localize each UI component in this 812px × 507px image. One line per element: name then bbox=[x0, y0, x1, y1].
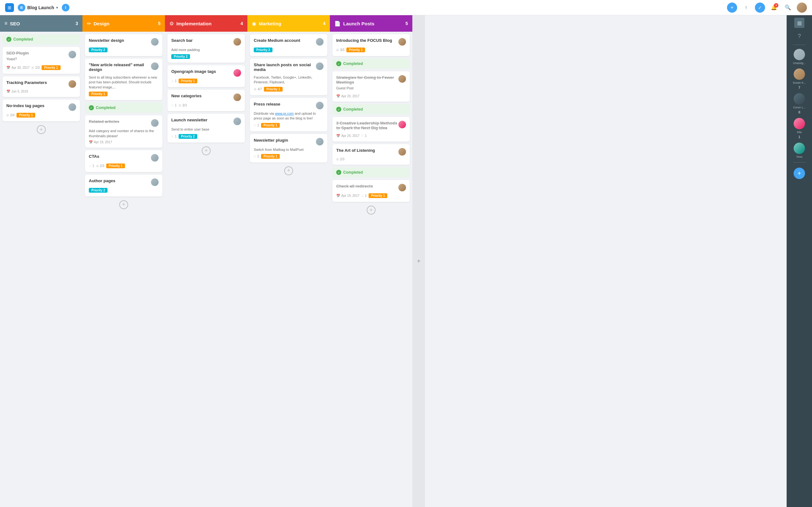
avatar bbox=[398, 38, 406, 46]
project-selector[interactable]: B Blog Launch ▾ bbox=[18, 4, 58, 11]
info-button[interactable]: i bbox=[62, 4, 69, 11]
card-share-launch[interactable]: Share launch posts on social media Faceb… bbox=[250, 59, 327, 95]
avatar bbox=[234, 118, 241, 125]
card-comments: ○ 1 bbox=[361, 193, 367, 198]
completed-label: Completed bbox=[13, 37, 33, 42]
column-header-marketing: ◉ Marketing 4 bbox=[247, 15, 330, 32]
card-title: Search bar bbox=[171, 38, 193, 43]
column-seo: ≡ SEO 3 ✓ Completed SEO Plugin Yoast? bbox=[0, 15, 83, 507]
search-button[interactable]: 🔍 bbox=[783, 3, 793, 13]
sidebar-user-susan[interactable]: Susan K... 7 bbox=[793, 68, 806, 89]
add-card-button[interactable]: + bbox=[202, 147, 211, 155]
card-subtasks: ⊞ 4/7 bbox=[254, 88, 262, 91]
add-button[interactable]: + bbox=[727, 3, 737, 13]
card-create-medium[interactable]: Create Medium account Priority 2 bbox=[250, 34, 327, 56]
card-date: 📅 Apr 19, 2017 bbox=[89, 140, 112, 144]
column-header-design: ✏ Design 5 bbox=[83, 15, 165, 32]
completed-label: Completed bbox=[343, 61, 363, 66]
column-header-seo: ≡ SEO 3 bbox=[0, 15, 83, 32]
card-date: 📅 Apr 26, 2017 bbox=[336, 134, 359, 137]
divider bbox=[793, 45, 806, 45]
card-ctas[interactable]: CTAs ○ 1 ⊞ 2/3 Priority 1 bbox=[85, 150, 162, 172]
card-press-release[interactable]: Press release Distribute via www.pr.com … bbox=[250, 98, 327, 131]
priority-badge: Priority 1 bbox=[179, 78, 197, 83]
card-title: Launch newsletter bbox=[171, 118, 207, 122]
avatar bbox=[316, 38, 323, 46]
avatar bbox=[794, 118, 805, 129]
completed-check-icon: ✓ bbox=[6, 37, 11, 42]
card-date: 📅 Apr 30, 2017 bbox=[6, 66, 30, 69]
sidebar-user-unassigned[interactable]: Unassig... bbox=[793, 49, 806, 65]
add-card-button[interactable]: + bbox=[284, 166, 293, 175]
completed-label: Completed bbox=[343, 107, 363, 112]
completed-check-icon: ✓ bbox=[336, 170, 341, 175]
sidebar-user-label: Conor L... bbox=[793, 106, 806, 109]
check-button[interactable]: ✓ bbox=[755, 3, 765, 13]
card-title: Introducing the FOCUS Blog bbox=[336, 38, 392, 43]
impl-icon: ⚙ bbox=[169, 20, 174, 26]
avatar bbox=[794, 68, 805, 80]
card-subtasks: ⊞ 2/4 bbox=[6, 113, 14, 117]
card-related-articles[interactable]: Related articles Add category and number… bbox=[85, 115, 162, 148]
home-button[interactable]: ⊞ bbox=[5, 3, 14, 12]
card-title: Newsletter plugin bbox=[254, 138, 288, 143]
avatar bbox=[234, 69, 241, 77]
completed-label: Completed bbox=[96, 106, 115, 110]
launch-cards: Introducing the FOCUS Blog ⊞ 3/3 Priorit… bbox=[330, 32, 412, 507]
add-user-button[interactable]: + bbox=[794, 168, 805, 179]
add-card-button[interactable]: + bbox=[119, 200, 128, 209]
add-column-button[interactable]: + bbox=[412, 15, 425, 507]
card-search-bar[interactable]: Search bar Add more padding Priority 2 bbox=[167, 34, 245, 63]
card-launch-newsletter[interactable]: Launch newsletter Send to entire user ba… bbox=[167, 114, 245, 142]
card-subtasks: ⊞ 2/3 bbox=[32, 66, 40, 69]
card-art-of-listening[interactable]: The Art of Listening ⊞ 2/3 bbox=[333, 144, 410, 165]
card-title: Press release bbox=[254, 102, 281, 107]
card-newsletter-design[interactable]: Newsletter design Priority 2 bbox=[85, 34, 162, 56]
notification-badge: 3 bbox=[774, 3, 778, 8]
card-title: New categories bbox=[171, 94, 201, 98]
card-creative-leadership[interactable]: 3 Creative Leadership Methods to Spark t… bbox=[333, 117, 410, 142]
card-introducing-focus[interactable]: Introducing the FOCUS Blog ⊞ 3/3 Priorit… bbox=[333, 34, 410, 56]
card-title: SEO Plugin bbox=[6, 51, 29, 55]
completed-check-icon: ✓ bbox=[89, 105, 94, 110]
card-title: Tracking Parameters bbox=[6, 80, 47, 85]
card-tracking[interactable]: Tracking Parameters 📅 Jun 5, 2019 bbox=[3, 76, 80, 97]
impl-cards: Search bar Add more padding Priority 2 O… bbox=[165, 32, 247, 507]
card-seo-plugin[interactable]: SEO Plugin Yoast? 📅 Apr 30, 2017 ⊞ 2/3 P… bbox=[3, 47, 80, 74]
card-check-redirects[interactable]: Check all redirects 📅 Apr 19, 2017 ○ 1 P… bbox=[333, 180, 410, 202]
launch-icon: 📄 bbox=[334, 20, 341, 26]
priority-badge: Priority 1 bbox=[261, 154, 280, 159]
column-marketing: ◉ Marketing 4 Create Medium account Prio… bbox=[247, 15, 330, 507]
sidebar-panel-toggle[interactable]: ▦ bbox=[794, 18, 804, 28]
avatar bbox=[151, 62, 159, 70]
priority-badge: Priority 1 bbox=[106, 164, 125, 168]
card-desc: Facebook, Twitter, Google+, LinkedIn, Pi… bbox=[254, 75, 323, 85]
avatar bbox=[234, 38, 241, 46]
user-avatar[interactable] bbox=[797, 3, 807, 13]
marketing-title: Marketing bbox=[259, 21, 320, 26]
card-newsletter-plugin[interactable]: Newsletter plugin Switch from Mailbag to… bbox=[250, 134, 327, 163]
card-new-categories[interactable]: New categories ○ 1 ⊞ 3/3 bbox=[167, 90, 245, 111]
completed-check-icon: ✓ bbox=[336, 107, 341, 112]
card-title: No-index tag pages bbox=[6, 103, 44, 108]
sidebar-user-mia[interactable]: Mia 1 bbox=[794, 118, 805, 139]
upload-button[interactable]: ↑ bbox=[741, 3, 751, 13]
sidebar-user-timo[interactable]: Timo bbox=[794, 143, 805, 158]
card-title: Author pages bbox=[89, 178, 115, 183]
seo-cards: ✓ Completed SEO Plugin Yoast? 📅 Apr 30, … bbox=[0, 32, 83, 507]
card-author-pages[interactable]: Author pages Priority 2 bbox=[85, 175, 162, 196]
question-icon[interactable]: ? bbox=[797, 32, 802, 41]
card-strategies-meetings[interactable]: Strategies for Going to Fewer Meetings G… bbox=[333, 71, 410, 102]
right-sidebar: ▦ ? Unassig... Susan K... 7 Conor L... 8 bbox=[786, 15, 812, 507]
avatar bbox=[151, 119, 159, 127]
add-card-button[interactable]: + bbox=[367, 206, 375, 215]
notification-bell[interactable]: 🔔 3 bbox=[769, 3, 779, 13]
add-card-button[interactable]: + bbox=[37, 125, 46, 134]
card-subtasks: ⊞ 3/3 bbox=[336, 48, 345, 52]
card-no-index[interactable]: No-index tag pages ⊞ 2/4 Priority 1 bbox=[3, 100, 80, 121]
priority-badge: Priority 1 bbox=[368, 193, 387, 198]
sidebar-user-conor[interactable]: Conor L... 8 bbox=[793, 93, 806, 114]
sidebar-user-label: Susan K... bbox=[793, 81, 806, 84]
card-opengraph[interactable]: Opengraph image tags ○ 1 Priority 1 bbox=[167, 65, 245, 87]
card-new-article-email[interactable]: "New article released" email design Sent… bbox=[85, 59, 162, 100]
